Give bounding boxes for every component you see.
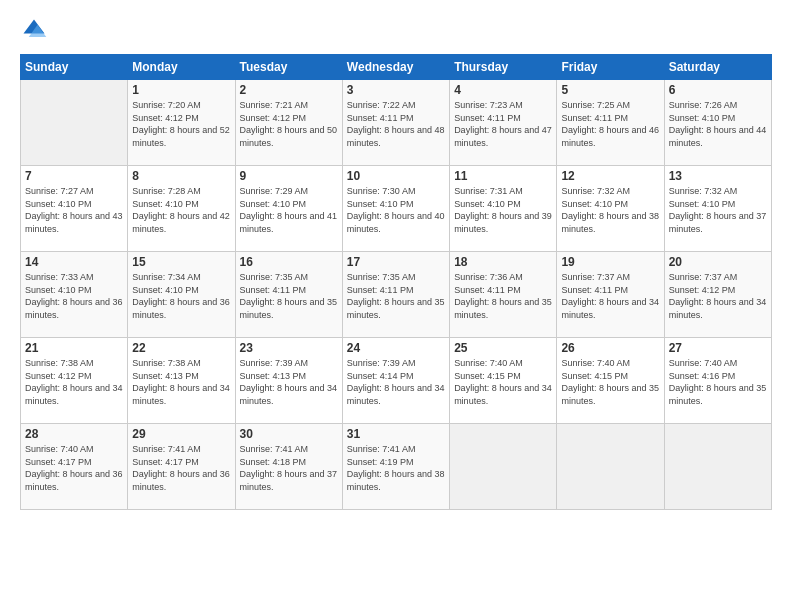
calendar-header-thursday: Thursday bbox=[450, 55, 557, 80]
day-info: Sunrise: 7:38 AMSunset: 4:12 PMDaylight:… bbox=[25, 357, 123, 407]
day-info: Sunrise: 7:21 AMSunset: 4:12 PMDaylight:… bbox=[240, 99, 338, 149]
calendar-cell: 7Sunrise: 7:27 AMSunset: 4:10 PMDaylight… bbox=[21, 166, 128, 252]
day-number: 11 bbox=[454, 169, 552, 183]
day-info: Sunrise: 7:37 AMSunset: 4:11 PMDaylight:… bbox=[561, 271, 659, 321]
calendar-week-row: 14Sunrise: 7:33 AMSunset: 4:10 PMDayligh… bbox=[21, 252, 772, 338]
calendar-cell: 6Sunrise: 7:26 AMSunset: 4:10 PMDaylight… bbox=[664, 80, 771, 166]
calendar-cell: 22Sunrise: 7:38 AMSunset: 4:13 PMDayligh… bbox=[128, 338, 235, 424]
calendar-cell: 24Sunrise: 7:39 AMSunset: 4:14 PMDayligh… bbox=[342, 338, 449, 424]
day-number: 14 bbox=[25, 255, 123, 269]
day-info: Sunrise: 7:27 AMSunset: 4:10 PMDaylight:… bbox=[25, 185, 123, 235]
day-number: 20 bbox=[669, 255, 767, 269]
calendar-cell: 11Sunrise: 7:31 AMSunset: 4:10 PMDayligh… bbox=[450, 166, 557, 252]
day-info: Sunrise: 7:39 AMSunset: 4:13 PMDaylight:… bbox=[240, 357, 338, 407]
day-number: 27 bbox=[669, 341, 767, 355]
day-info: Sunrise: 7:40 AMSunset: 4:16 PMDaylight:… bbox=[669, 357, 767, 407]
calendar-cell: 9Sunrise: 7:29 AMSunset: 4:10 PMDaylight… bbox=[235, 166, 342, 252]
day-info: Sunrise: 7:40 AMSunset: 4:15 PMDaylight:… bbox=[454, 357, 552, 407]
day-info: Sunrise: 7:41 AMSunset: 4:19 PMDaylight:… bbox=[347, 443, 445, 493]
calendar-cell: 17Sunrise: 7:35 AMSunset: 4:11 PMDayligh… bbox=[342, 252, 449, 338]
calendar-cell bbox=[450, 424, 557, 510]
page: SundayMondayTuesdayWednesdayThursdayFrid… bbox=[0, 0, 792, 612]
calendar-cell: 28Sunrise: 7:40 AMSunset: 4:17 PMDayligh… bbox=[21, 424, 128, 510]
day-info: Sunrise: 7:41 AMSunset: 4:18 PMDaylight:… bbox=[240, 443, 338, 493]
day-info: Sunrise: 7:38 AMSunset: 4:13 PMDaylight:… bbox=[132, 357, 230, 407]
calendar-header-saturday: Saturday bbox=[664, 55, 771, 80]
day-number: 25 bbox=[454, 341, 552, 355]
day-number: 19 bbox=[561, 255, 659, 269]
day-number: 28 bbox=[25, 427, 123, 441]
day-number: 15 bbox=[132, 255, 230, 269]
calendar-cell: 16Sunrise: 7:35 AMSunset: 4:11 PMDayligh… bbox=[235, 252, 342, 338]
calendar-table: SundayMondayTuesdayWednesdayThursdayFrid… bbox=[20, 54, 772, 510]
calendar-week-row: 1Sunrise: 7:20 AMSunset: 4:12 PMDaylight… bbox=[21, 80, 772, 166]
day-info: Sunrise: 7:28 AMSunset: 4:10 PMDaylight:… bbox=[132, 185, 230, 235]
logo bbox=[20, 16, 52, 44]
day-number: 29 bbox=[132, 427, 230, 441]
calendar-cell: 29Sunrise: 7:41 AMSunset: 4:17 PMDayligh… bbox=[128, 424, 235, 510]
calendar-cell: 27Sunrise: 7:40 AMSunset: 4:16 PMDayligh… bbox=[664, 338, 771, 424]
day-info: Sunrise: 7:37 AMSunset: 4:12 PMDaylight:… bbox=[669, 271, 767, 321]
calendar-cell: 23Sunrise: 7:39 AMSunset: 4:13 PMDayligh… bbox=[235, 338, 342, 424]
header bbox=[20, 16, 772, 44]
day-number: 3 bbox=[347, 83, 445, 97]
day-info: Sunrise: 7:25 AMSunset: 4:11 PMDaylight:… bbox=[561, 99, 659, 149]
day-number: 9 bbox=[240, 169, 338, 183]
day-info: Sunrise: 7:39 AMSunset: 4:14 PMDaylight:… bbox=[347, 357, 445, 407]
calendar-header-wednesday: Wednesday bbox=[342, 55, 449, 80]
calendar-cell bbox=[21, 80, 128, 166]
day-number: 4 bbox=[454, 83, 552, 97]
day-number: 17 bbox=[347, 255, 445, 269]
day-number: 22 bbox=[132, 341, 230, 355]
day-number: 31 bbox=[347, 427, 445, 441]
calendar-cell: 1Sunrise: 7:20 AMSunset: 4:12 PMDaylight… bbox=[128, 80, 235, 166]
day-number: 23 bbox=[240, 341, 338, 355]
day-info: Sunrise: 7:29 AMSunset: 4:10 PMDaylight:… bbox=[240, 185, 338, 235]
calendar-cell: 5Sunrise: 7:25 AMSunset: 4:11 PMDaylight… bbox=[557, 80, 664, 166]
logo-icon bbox=[20, 16, 48, 44]
day-number: 16 bbox=[240, 255, 338, 269]
day-number: 26 bbox=[561, 341, 659, 355]
calendar-week-row: 21Sunrise: 7:38 AMSunset: 4:12 PMDayligh… bbox=[21, 338, 772, 424]
calendar-cell: 25Sunrise: 7:40 AMSunset: 4:15 PMDayligh… bbox=[450, 338, 557, 424]
calendar-cell: 15Sunrise: 7:34 AMSunset: 4:10 PMDayligh… bbox=[128, 252, 235, 338]
day-info: Sunrise: 7:23 AMSunset: 4:11 PMDaylight:… bbox=[454, 99, 552, 149]
calendar-header-row: SundayMondayTuesdayWednesdayThursdayFrid… bbox=[21, 55, 772, 80]
day-info: Sunrise: 7:35 AMSunset: 4:11 PMDaylight:… bbox=[347, 271, 445, 321]
day-info: Sunrise: 7:22 AMSunset: 4:11 PMDaylight:… bbox=[347, 99, 445, 149]
day-info: Sunrise: 7:40 AMSunset: 4:15 PMDaylight:… bbox=[561, 357, 659, 407]
calendar-cell: 26Sunrise: 7:40 AMSunset: 4:15 PMDayligh… bbox=[557, 338, 664, 424]
day-info: Sunrise: 7:35 AMSunset: 4:11 PMDaylight:… bbox=[240, 271, 338, 321]
calendar-cell: 8Sunrise: 7:28 AMSunset: 4:10 PMDaylight… bbox=[128, 166, 235, 252]
day-info: Sunrise: 7:30 AMSunset: 4:10 PMDaylight:… bbox=[347, 185, 445, 235]
day-info: Sunrise: 7:41 AMSunset: 4:17 PMDaylight:… bbox=[132, 443, 230, 493]
day-number: 7 bbox=[25, 169, 123, 183]
calendar-cell: 31Sunrise: 7:41 AMSunset: 4:19 PMDayligh… bbox=[342, 424, 449, 510]
day-number: 10 bbox=[347, 169, 445, 183]
day-info: Sunrise: 7:40 AMSunset: 4:17 PMDaylight:… bbox=[25, 443, 123, 493]
day-number: 18 bbox=[454, 255, 552, 269]
day-info: Sunrise: 7:34 AMSunset: 4:10 PMDaylight:… bbox=[132, 271, 230, 321]
day-info: Sunrise: 7:36 AMSunset: 4:11 PMDaylight:… bbox=[454, 271, 552, 321]
day-info: Sunrise: 7:32 AMSunset: 4:10 PMDaylight:… bbox=[669, 185, 767, 235]
calendar-cell: 19Sunrise: 7:37 AMSunset: 4:11 PMDayligh… bbox=[557, 252, 664, 338]
calendar-cell: 3Sunrise: 7:22 AMSunset: 4:11 PMDaylight… bbox=[342, 80, 449, 166]
calendar-header-tuesday: Tuesday bbox=[235, 55, 342, 80]
calendar-cell: 4Sunrise: 7:23 AMSunset: 4:11 PMDaylight… bbox=[450, 80, 557, 166]
day-info: Sunrise: 7:33 AMSunset: 4:10 PMDaylight:… bbox=[25, 271, 123, 321]
calendar-cell: 13Sunrise: 7:32 AMSunset: 4:10 PMDayligh… bbox=[664, 166, 771, 252]
day-info: Sunrise: 7:31 AMSunset: 4:10 PMDaylight:… bbox=[454, 185, 552, 235]
day-number: 1 bbox=[132, 83, 230, 97]
calendar-cell: 18Sunrise: 7:36 AMSunset: 4:11 PMDayligh… bbox=[450, 252, 557, 338]
day-info: Sunrise: 7:20 AMSunset: 4:12 PMDaylight:… bbox=[132, 99, 230, 149]
day-number: 5 bbox=[561, 83, 659, 97]
day-number: 8 bbox=[132, 169, 230, 183]
calendar-header-friday: Friday bbox=[557, 55, 664, 80]
day-number: 6 bbox=[669, 83, 767, 97]
day-number: 30 bbox=[240, 427, 338, 441]
calendar-week-row: 28Sunrise: 7:40 AMSunset: 4:17 PMDayligh… bbox=[21, 424, 772, 510]
calendar-cell: 14Sunrise: 7:33 AMSunset: 4:10 PMDayligh… bbox=[21, 252, 128, 338]
day-number: 13 bbox=[669, 169, 767, 183]
calendar-cell bbox=[664, 424, 771, 510]
day-info: Sunrise: 7:26 AMSunset: 4:10 PMDaylight:… bbox=[669, 99, 767, 149]
